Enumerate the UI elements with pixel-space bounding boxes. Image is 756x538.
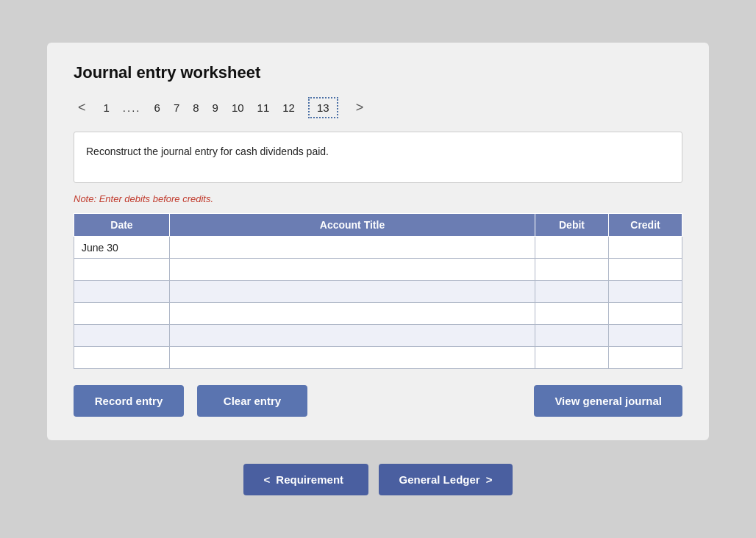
credit-cell-4[interactable] xyxy=(609,325,682,347)
chevron-left-icon: < xyxy=(264,473,271,486)
debit-input-1[interactable] xyxy=(535,259,608,280)
credit-input-2[interactable] xyxy=(609,281,682,302)
account-cell-1[interactable] xyxy=(170,259,535,281)
page-dots: .... xyxy=(123,101,141,114)
debit-input-0[interactable] xyxy=(535,237,608,258)
account-cell-4[interactable] xyxy=(170,325,535,347)
page-10[interactable]: 10 xyxy=(232,101,244,114)
instruction-box: Reconstruct the journal entry for cash d… xyxy=(74,132,682,183)
note-text: Note: Enter debits before credits. xyxy=(74,193,682,204)
header-debit: Debit xyxy=(535,214,609,237)
page-8[interactable]: 8 xyxy=(193,101,199,114)
debit-cell-0[interactable] xyxy=(535,237,609,259)
header-account: Account Title xyxy=(170,214,535,237)
page-1[interactable]: 1 xyxy=(104,101,110,114)
account-input-5[interactable] xyxy=(170,347,535,368)
next-page-button[interactable]: > xyxy=(352,98,368,117)
account-cell-3[interactable] xyxy=(170,303,535,325)
page-7[interactable]: 7 xyxy=(174,101,179,114)
credit-cell-2[interactable] xyxy=(609,281,682,303)
table-row xyxy=(74,347,682,369)
debit-input-5[interactable] xyxy=(535,347,608,368)
credit-input-4[interactable] xyxy=(609,325,682,346)
header-date: Date xyxy=(74,214,170,237)
record-entry-button[interactable]: Record entry xyxy=(74,385,184,417)
account-input-4[interactable] xyxy=(170,325,535,346)
account-cell-0[interactable] xyxy=(170,237,535,259)
account-input-1[interactable] xyxy=(170,259,535,280)
account-input-0[interactable] xyxy=(170,237,535,258)
account-input-3[interactable] xyxy=(170,303,535,324)
date-cell-3 xyxy=(74,303,170,325)
table-row: June 30 xyxy=(74,237,682,259)
chevron-right-icon: > xyxy=(486,473,493,486)
requirement-label: Requirement xyxy=(276,473,343,486)
debit-cell-4[interactable] xyxy=(535,325,609,347)
page-6[interactable]: 6 xyxy=(154,101,160,114)
debit-cell-3[interactable] xyxy=(535,303,609,325)
debit-input-4[interactable] xyxy=(535,325,608,346)
header-credit: Credit xyxy=(609,214,682,237)
card-title: Journal entry worksheet xyxy=(74,63,682,82)
account-cell-5[interactable] xyxy=(170,347,535,369)
date-cell-5 xyxy=(74,347,170,369)
action-buttons-row: Record entry Clear entry View general jo… xyxy=(74,385,682,417)
debit-input-3[interactable] xyxy=(535,303,608,324)
table-row xyxy=(74,325,682,347)
credit-input-3[interactable] xyxy=(609,303,682,324)
bottom-navigation: < Requirement General Ledger > xyxy=(243,464,513,495)
credit-cell-1[interactable] xyxy=(609,259,682,281)
debit-cell-1[interactable] xyxy=(535,259,609,281)
date-cell-4 xyxy=(74,325,170,347)
journal-table: Date Account Title Debit Credit June 30 xyxy=(74,213,682,369)
general-ledger-button[interactable]: General Ledger > xyxy=(379,464,513,495)
prev-page-button[interactable]: < xyxy=(74,98,90,117)
pagination: < 1 .... 6 7 8 9 10 11 12 13 > xyxy=(74,97,682,118)
credit-cell-3[interactable] xyxy=(609,303,682,325)
account-input-2[interactable] xyxy=(170,281,535,302)
credit-input-0[interactable] xyxy=(609,237,682,258)
page-13-active[interactable]: 13 xyxy=(308,97,338,118)
debit-input-2[interactable] xyxy=(535,281,608,302)
general-ledger-label: General Ledger xyxy=(399,473,480,486)
view-general-journal-button[interactable]: View general journal xyxy=(534,385,682,417)
table-row xyxy=(74,259,682,281)
instruction-text: Reconstruct the journal entry for cash d… xyxy=(86,146,329,157)
table-row xyxy=(74,303,682,325)
requirement-button[interactable]: < Requirement xyxy=(243,464,368,495)
credit-input-1[interactable] xyxy=(609,259,682,280)
credit-cell-5[interactable] xyxy=(609,347,682,369)
page-9[interactable]: 9 xyxy=(213,101,218,114)
credit-cell-0[interactable] xyxy=(609,237,682,259)
debit-cell-2[interactable] xyxy=(535,281,609,303)
account-cell-2[interactable] xyxy=(170,281,535,303)
date-cell-2 xyxy=(74,281,170,303)
clear-entry-button[interactable]: Clear entry xyxy=(197,385,307,417)
debit-cell-5[interactable] xyxy=(535,347,609,369)
date-cell-1 xyxy=(74,259,170,281)
page-11[interactable]: 11 xyxy=(257,101,270,114)
credit-input-5[interactable] xyxy=(609,347,682,368)
date-cell-0: June 30 xyxy=(74,237,170,259)
journal-entry-card: Journal entry worksheet < 1 .... 6 7 8 9… xyxy=(47,43,709,440)
page-12[interactable]: 12 xyxy=(282,101,295,114)
table-row xyxy=(74,281,682,303)
